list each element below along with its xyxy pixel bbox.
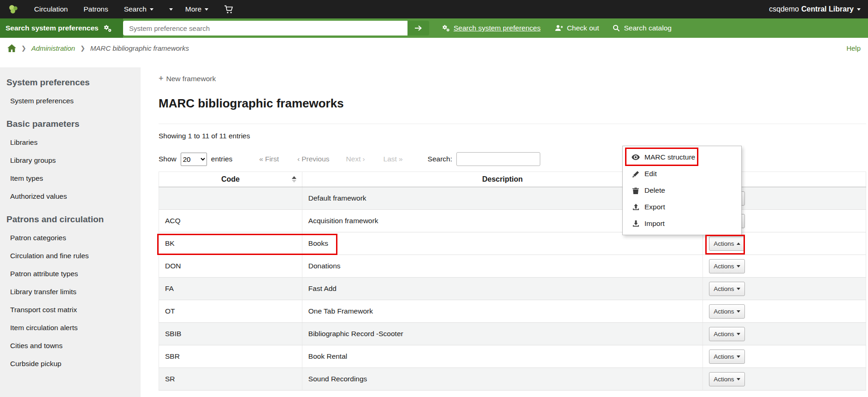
- sidebar-heading-patrons-circulation: Patrons and circulation: [6, 214, 136, 225]
- menu-item-import[interactable]: Import: [623, 215, 741, 232]
- sidebar-item-cities-and-towns[interactable]: Cities and towns: [10, 337, 136, 355]
- menu-item-edit[interactable]: Edit: [623, 166, 741, 182]
- sidebar-item-circulation-fine-rules[interactable]: Circulation and fine rules: [10, 247, 136, 265]
- menu-item-marc-structure[interactable]: MARC structure: [623, 149, 741, 166]
- quick-links: Search system preferences Check out Se: [442, 24, 685, 32]
- search-submit-button[interactable]: [407, 21, 429, 36]
- pagination-next-label: Next: [346, 155, 361, 163]
- nav-patrons-label: Patrons: [83, 5, 108, 13]
- nav-circulation-label: Circulation: [34, 5, 68, 13]
- new-framework-button[interactable]: + New framework: [159, 74, 216, 83]
- actions-button-label: Actions: [714, 353, 734, 360]
- actions-cell: Actions: [703, 345, 866, 368]
- caret-down-icon: [737, 333, 740, 335]
- nav-more[interactable]: More: [177, 0, 216, 18]
- menu-item-export[interactable]: Export: [623, 199, 741, 215]
- code-cell: OT: [159, 300, 302, 323]
- description-cell: Bibliographic Record -Scooter: [302, 323, 703, 345]
- code-cell: [159, 187, 302, 210]
- sidebar-item-item-circulation-alerts[interactable]: Item circulation alerts: [10, 319, 136, 337]
- sidebar-item-transport-cost-matrix[interactable]: Transport cost matrix: [10, 301, 136, 319]
- user-menu[interactable]: csqdemo Central Library: [769, 5, 861, 13]
- logged-in-library: Central Library: [801, 5, 854, 13]
- description-cell: Donations: [302, 255, 703, 278]
- plus-icon: +: [159, 74, 164, 83]
- sidebar-item-system-preferences[interactable]: System preferences: [10, 92, 136, 110]
- logged-in-user: csqdemo: [769, 5, 799, 13]
- sidebar-item-library-groups[interactable]: Library groups: [10, 151, 136, 169]
- gears-icon: [103, 24, 112, 32]
- double-chevron-right-icon: »: [399, 155, 403, 163]
- main-content: + New framework MARC bibliographic frame…: [141, 59, 868, 391]
- caret-down-icon: [737, 356, 740, 358]
- help-link[interactable]: Help: [846, 44, 861, 52]
- sidebar-item-authorized-values[interactable]: Authorized values: [10, 187, 136, 205]
- actions-button-label: Actions: [714, 285, 734, 292]
- link-search-catalog[interactable]: Search catalog: [613, 24, 671, 32]
- sidebar-item-library-transfer-limits[interactable]: Library transfer limits: [10, 283, 136, 301]
- table-row-bk: BK Books Actions: [159, 232, 866, 255]
- person-plus-icon: [555, 24, 563, 32]
- link-search-system-preferences[interactable]: Search system preferences: [442, 24, 541, 32]
- nav-search[interactable]: Search: [116, 0, 161, 18]
- table-row-fa: FA Fast Add Actions: [159, 278, 866, 300]
- nav-circulation[interactable]: Circulation: [26, 0, 76, 18]
- sidebar-item-curbside-pickup[interactable]: Curbside pickup: [10, 355, 136, 373]
- actions-button[interactable]: Actions: [709, 327, 745, 341]
- code-cell: ACQ: [159, 210, 302, 232]
- nav-search-dropdown-toggle[interactable]: [161, 0, 177, 18]
- cart-icon: [224, 5, 234, 14]
- pagination-last-label: Last: [384, 155, 397, 163]
- caret-down-icon: [737, 288, 740, 290]
- link-check-out-label: Check out: [567, 24, 599, 32]
- koha-logo[interactable]: [7, 3, 20, 16]
- sidebar-item-patron-attribute-types[interactable]: Patron attribute types: [10, 265, 136, 283]
- actions-button[interactable]: Actions: [709, 282, 745, 296]
- showing-entries-text: Showing 1 to 11 of 11 entries: [159, 132, 866, 140]
- chevron-left-icon: ‹: [297, 155, 300, 163]
- column-header-code-label: Code: [221, 175, 240, 183]
- actions-button[interactable]: Actions: [709, 259, 745, 273]
- sidebar-item-patron-categories[interactable]: Patron categories: [10, 229, 136, 247]
- pagination-next[interactable]: Next›: [346, 155, 367, 163]
- table-search-input[interactable]: [456, 152, 540, 166]
- table-search-label: Search:: [428, 155, 452, 163]
- page-size-select[interactable]: 20: [181, 153, 207, 166]
- actions-button[interactable]: Actions: [709, 304, 745, 319]
- menu-item-delete[interactable]: Delete: [623, 182, 741, 199]
- breadcrumb-administration[interactable]: Administration: [31, 44, 75, 52]
- actions-button-open[interactable]: Actions: [709, 237, 745, 251]
- sort-asc-icon: [292, 176, 296, 183]
- preference-search-form: [123, 21, 429, 36]
- link-check-out[interactable]: Check out: [555, 24, 599, 32]
- actions-button[interactable]: Actions: [709, 372, 745, 386]
- table-row-sbib: SBIB Bibliographic Record -Scooter Actio…: [159, 323, 866, 345]
- page-body: System preferences System preferences Ba…: [0, 59, 868, 397]
- table-row-sr: SR Sound Recordings Actions: [159, 368, 866, 391]
- sidebar-item-libraries[interactable]: Libraries: [10, 133, 136, 151]
- column-header-code[interactable]: Code: [159, 172, 302, 187]
- pencil-icon: [631, 171, 641, 178]
- actions-button-label: Actions: [714, 263, 734, 270]
- actions-dropdown-menu: MARC structure Edit Delete: [622, 146, 742, 235]
- cart-button[interactable]: [216, 0, 242, 18]
- nav-patrons[interactable]: Patrons: [76, 0, 116, 18]
- breadcrumb-separator: ❯: [21, 45, 26, 52]
- sidebar-item-item-types[interactable]: Item types: [10, 169, 136, 187]
- actions-button[interactable]: Actions: [709, 350, 745, 364]
- pagination-last[interactable]: Last»: [384, 155, 405, 163]
- preference-search-input[interactable]: [123, 21, 407, 36]
- caret-down-icon: [169, 8, 173, 11]
- pagination: «First ‹Previous Next› Last»: [257, 155, 421, 163]
- pagination-first[interactable]: «First: [257, 155, 279, 163]
- actions-button-label: Actions: [714, 331, 734, 338]
- caret-down-icon: [737, 265, 740, 267]
- home-link[interactable]: [7, 44, 16, 52]
- eye-icon: [631, 154, 641, 160]
- code-cell: SBIB: [159, 323, 302, 345]
- search-bar: Search system preferences: [0, 18, 868, 38]
- top-navbar: Circulation Patrons Search More csqdemo …: [0, 0, 868, 18]
- table-row-ot: OT One Tab Framework Actions: [159, 300, 866, 323]
- table-row-sbr: SBR Book Rental Actions: [159, 345, 866, 368]
- pagination-previous[interactable]: ‹Previous: [295, 155, 329, 163]
